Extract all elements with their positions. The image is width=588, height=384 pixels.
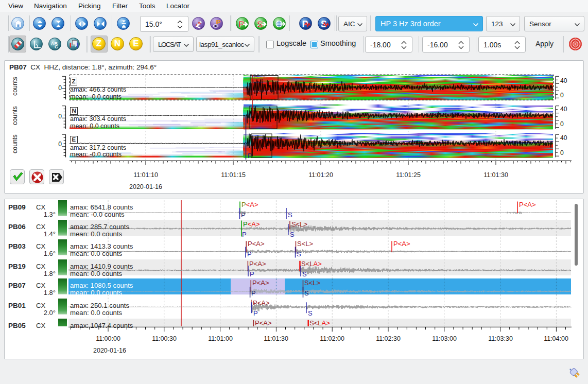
svg-text:11:02:00: 11:02:00 [320,335,344,342]
svg-text:11:00:30: 11:00:30 [152,335,177,342]
svg-text:11:01:30: 11:01:30 [264,335,288,342]
svg-text:11:00:00: 11:00:00 [96,335,120,342]
svg-text:11:03:00: 11:03:00 [432,335,457,342]
svg-text:11:01:00: 11:01:00 [208,335,233,342]
svg-text:11:03:30: 11:03:30 [488,335,513,342]
svg-text:11:04:00: 11:04:00 [544,335,568,342]
svg-text:11:02:30: 11:02:30 [376,335,401,342]
svg-text:2020-01-16: 2020-01-16 [93,347,126,354]
